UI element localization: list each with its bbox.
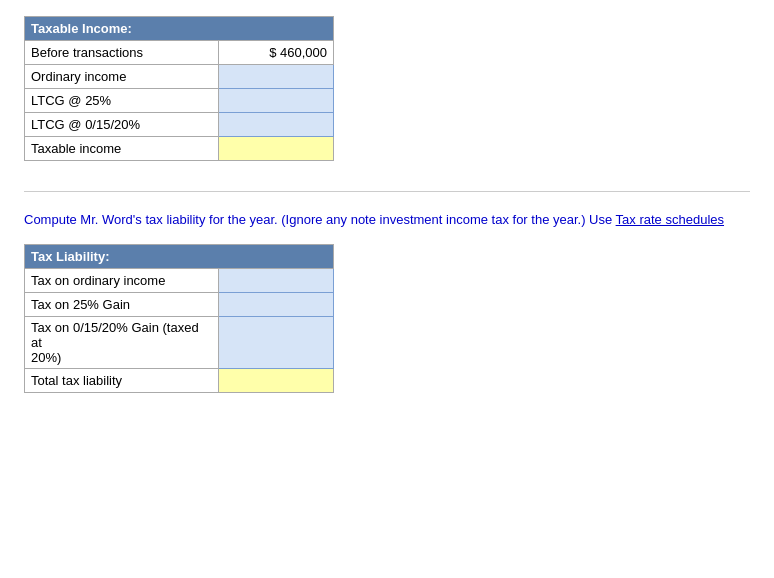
table-row: Total tax liability <box>25 368 334 392</box>
ordinary-income-label: Ordinary income <box>25 65 219 89</box>
table-row: Tax on 0/15/20% Gain (taxed at 20%) <box>25 316 334 368</box>
taxable-income-table: Taxable Income: Before transactions $ 46… <box>24 16 334 161</box>
before-transactions-label: Before transactions <box>25 41 219 65</box>
table-row: LTCG @ 25% <box>25 89 334 113</box>
tax-0-15-20-gain-input[interactable] <box>219 316 334 368</box>
taxable-income-total <box>219 137 334 161</box>
instruction-paragraph: Compute Mr. Word's tax liability for the… <box>24 210 750 230</box>
tax-rate-schedules-link[interactable]: Tax rate schedules <box>616 212 724 227</box>
tax-0-15-20-gain-label: Tax on 0/15/20% Gain (taxed at 20%) <box>25 316 219 368</box>
tax-liability-table: Tax Liability: Tax on ordinary income Ta… <box>24 244 334 393</box>
table-row: Tax on 25% Gain <box>25 292 334 316</box>
instruction-section: Compute Mr. Word's tax liability for the… <box>24 210 750 230</box>
ltcg-0-15-20-label: LTCG @ 0/15/20% <box>25 113 219 137</box>
tax-25-gain-label: Tax on 25% Gain <box>25 292 219 316</box>
table-row: LTCG @ 0/15/20% <box>25 113 334 137</box>
tax-25-gain-input[interactable] <box>219 292 334 316</box>
ordinary-income-input[interactable] <box>219 65 334 89</box>
ltcg-0-15-20-input[interactable] <box>219 113 334 137</box>
table-row: Taxable income <box>25 137 334 161</box>
total-tax-liability-value <box>219 368 334 392</box>
tax-liability-header-row: Tax Liability: <box>25 244 334 268</box>
taxable-income-header-row: Taxable Income: <box>25 17 334 41</box>
section-tax-liability: Tax Liability: Tax on ordinary income Ta… <box>24 244 750 393</box>
section-divider <box>24 191 750 192</box>
tax-ordinary-income-input[interactable] <box>219 268 334 292</box>
ltcg-25-input[interactable] <box>219 89 334 113</box>
before-transactions-value: $ 460,000 <box>219 41 334 65</box>
section-taxable-income: Taxable Income: Before transactions $ 46… <box>24 16 750 161</box>
table-row: Tax on ordinary income <box>25 268 334 292</box>
taxable-income-header: Taxable Income: <box>25 17 334 41</box>
ltcg-25-label: LTCG @ 25% <box>25 89 219 113</box>
table-row: Before transactions $ 460,000 <box>25 41 334 65</box>
taxable-income-label: Taxable income <box>25 137 219 161</box>
instruction-text-before-link: Compute Mr. Word's tax liability for the… <box>24 212 616 227</box>
total-tax-liability-label: Total tax liability <box>25 368 219 392</box>
tax-liability-header: Tax Liability: <box>25 244 334 268</box>
tax-ordinary-income-label: Tax on ordinary income <box>25 268 219 292</box>
table-row: Ordinary income <box>25 65 334 89</box>
